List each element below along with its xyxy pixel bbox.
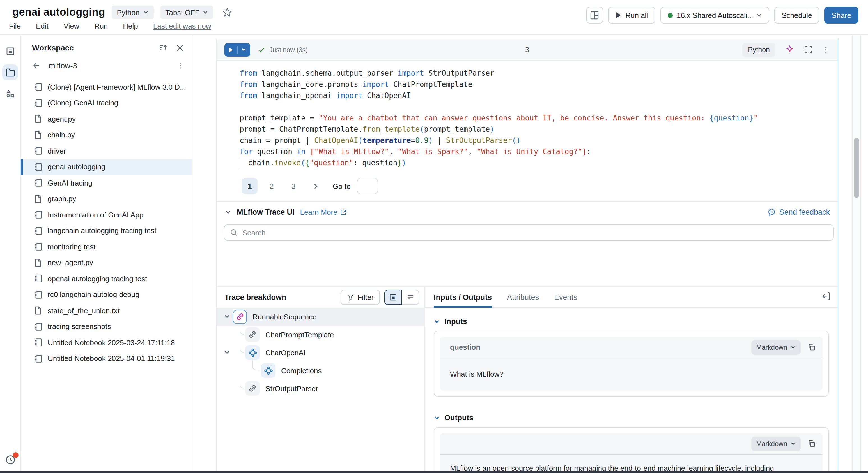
notification-badge (12, 452, 18, 458)
trace-span-chatopenai[interactable]: ChatOpenAI (217, 343, 424, 362)
search-input[interactable] (242, 228, 828, 237)
menu-file[interactable]: File (9, 22, 21, 30)
trace-panes: Trace breakdown Filter (217, 286, 838, 471)
tree-view-toggle[interactable] (384, 290, 402, 305)
code-line: chain.invoke({"question": question}) (240, 158, 829, 169)
collapse-chevron-icon[interactable] (225, 209, 231, 215)
code-line: prompt = ChatPromptTemplate.from_templat… (240, 124, 829, 135)
cell-number: 3 (525, 45, 529, 54)
cell-language-label[interactable]: Python (742, 43, 775, 56)
sort-icon[interactable] (159, 43, 168, 52)
close-icon[interactable] (176, 43, 184, 52)
inputs-card: question Markdown (434, 331, 829, 397)
workspace-item[interactable]: langchain autologging tracing test (21, 223, 192, 239)
page-button-3[interactable]: 3 (286, 178, 301, 194)
workspace-item[interactable]: driver (21, 143, 192, 159)
cell-kebab-menu-icon[interactable] (822, 46, 830, 54)
workspace-item[interactable]: state_of_the_union.txt (21, 303, 192, 318)
share-button[interactable]: Share (825, 7, 859, 24)
workspace-item[interactable]: (Clone) GenAI tracing (21, 95, 192, 111)
collapse-panel-button[interactable] (822, 292, 831, 301)
page-button-2[interactable]: 2 (264, 178, 279, 194)
cluster-selector[interactable]: 16.x Shared Autoscali... (660, 7, 769, 24)
tab-inputs-outputs[interactable]: Inputs / Outputs (434, 293, 492, 307)
code-line: from langchain_openai import ChatOpenAI (240, 90, 829, 101)
kebab-menu-icon[interactable] (176, 62, 184, 69)
layout-panels-button[interactable] (586, 7, 603, 24)
tab-events[interactable]: Events (554, 293, 577, 307)
assistant-sparkle-icon[interactable] (785, 45, 795, 54)
workspace-item[interactable]: Untitled Notebook 2025-03-24 17:11:18 (21, 335, 192, 350)
menu-edit[interactable]: Edit (36, 22, 49, 30)
menu-run[interactable]: Run (95, 22, 108, 30)
trace-span-runnablesequence[interactable]: RunnableSequence (217, 308, 424, 326)
workspace-item[interactable]: Instrumentation of GenAI App (21, 207, 192, 223)
learn-more-link[interactable]: Learn More (300, 208, 347, 216)
section-chevron-icon[interactable] (434, 415, 440, 421)
inputs-copy-button[interactable] (807, 343, 816, 351)
page-button-1[interactable]: 1 (242, 178, 257, 194)
vertical-scrollbar[interactable] (852, 35, 861, 471)
run-all-button[interactable]: Run all (608, 7, 655, 24)
app-window: genai autologging Python Tabs: OFF FileE… (0, 0, 868, 473)
feedback-bubble-icon (767, 208, 775, 216)
detail-tabs: Inputs / OutputsAttributesEvents (425, 287, 838, 308)
workspace-item[interactable]: rc0 langchain autolog debug (21, 286, 192, 303)
favorite-star-icon[interactable] (222, 7, 232, 18)
trace-span-chatprompttemplate[interactable]: ChatPromptTemplate (217, 326, 424, 343)
menu-view[interactable]: View (64, 22, 80, 30)
workspace-browser-button[interactable] (2, 64, 18, 80)
next-page-button[interactable] (308, 178, 323, 194)
menu-help[interactable]: Help (123, 22, 138, 30)
send-feedback-link[interactable]: Send feedback (767, 208, 830, 216)
workspace-item[interactable]: (Clone) [Agent Framework] MLflow 3.0 D..… (21, 79, 192, 95)
run-cell-button[interactable] (224, 43, 250, 56)
notebook-icon (34, 146, 43, 156)
play-icon (615, 12, 621, 19)
workspace-item[interactable]: monitoring test (21, 239, 192, 255)
trace-ui-header: MLflow Trace UI Learn More Send feedback (217, 202, 838, 223)
folder-icon (5, 68, 15, 77)
version-history-button[interactable] (2, 452, 18, 467)
expand-fullscreen-icon[interactable] (804, 45, 812, 54)
go-to-page-input[interactable] (357, 178, 378, 195)
notebook-icon (34, 163, 43, 171)
workspace-item[interactable]: Untitled Notebook 2025-04-01 11:19:31 (21, 350, 192, 367)
language-selector[interactable]: Python (112, 6, 154, 19)
timeline-view-toggle[interactable] (402, 290, 419, 305)
code-editor[interactable]: from langchain.schema.output_parser impo… (217, 61, 838, 174)
trace-span-stroutputparser[interactable]: StrOutputParser (217, 379, 424, 397)
trace-detail-pane: Inputs / OutputsAttributesEvents Inputs (425, 287, 838, 471)
section-chevron-icon[interactable] (434, 318, 440, 325)
outputs-copy-button[interactable] (807, 439, 816, 448)
workspace-item[interactable]: GenAI tracing (21, 175, 192, 191)
workspace-item[interactable]: tracing screenshots (21, 318, 192, 335)
experiments-button[interactable] (2, 86, 18, 101)
trace-span-completions[interactable]: Completions (217, 362, 424, 379)
outputs-heading: Outputs (444, 414, 473, 422)
workspace-item[interactable]: new_agent.py (21, 255, 192, 271)
filter-button[interactable]: Filter (341, 290, 380, 305)
table-of-contents-button[interactable] (2, 43, 18, 59)
outputs-format-select[interactable]: Markdown (751, 436, 801, 451)
back-arrow-icon[interactable] (32, 61, 41, 70)
last-edit-link[interactable]: Last edit was now (153, 22, 211, 30)
workspace-item[interactable]: graph.py (21, 191, 192, 207)
trace-breakdown-pane: Trace breakdown Filter (217, 287, 425, 471)
schedule-button[interactable]: Schedule (774, 7, 819, 24)
workspace-item[interactable]: openai autologging tracing test (21, 271, 192, 286)
chevron-down-icon[interactable] (224, 349, 230, 355)
results-pagination: 123 Go to (217, 174, 838, 201)
inputs-format-select[interactable]: Markdown (751, 340, 801, 354)
workspace-item[interactable]: chain.py (21, 127, 192, 143)
search-icon (230, 229, 238, 236)
outputs-card: Markdown MLflow is an open-source platf (434, 427, 829, 471)
workspace-item[interactable]: genai autologging (21, 159, 192, 175)
chevron-down-icon[interactable] (224, 313, 230, 319)
external-link-icon (340, 209, 347, 215)
tabs-selector[interactable]: Tabs: OFF (160, 6, 214, 19)
scrollbar-thumb[interactable] (854, 138, 859, 198)
notebook-icon (34, 242, 43, 251)
workspace-item[interactable]: agent.py (21, 111, 192, 127)
tab-attributes[interactable]: Attributes (507, 293, 539, 307)
